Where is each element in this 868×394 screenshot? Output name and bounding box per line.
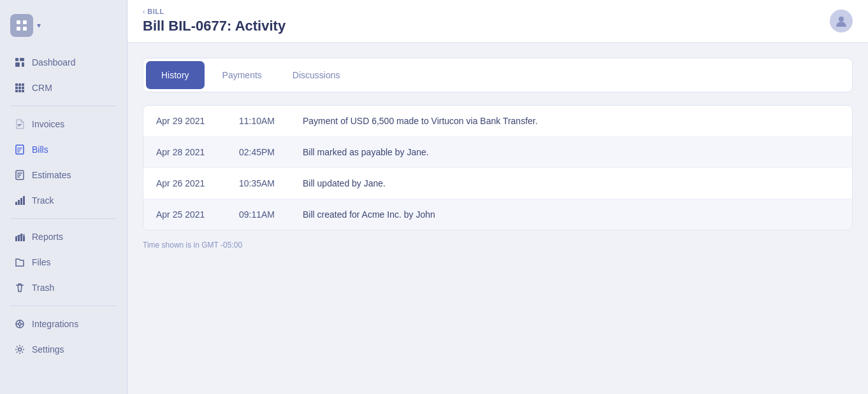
sidebar-item-invoices[interactable]: Invoices — [4, 112, 123, 136]
svg-rect-3 — [23, 27, 27, 31]
svg-rect-0 — [17, 20, 20, 24]
top-header: ‹ BILL Bill BIL-0677: Activity — [127, 0, 868, 43]
sidebar-divider-1 — [10, 106, 117, 106]
svg-rect-28 — [18, 200, 20, 205]
sidebar-label-files: Files — [32, 257, 51, 267]
tab-payments[interactable]: Payments — [207, 61, 277, 89]
sidebar-label-trash: Trash — [32, 283, 54, 293]
svg-rect-29 — [20, 198, 22, 205]
timezone-note: Time shown is in GMT -05:00 — [143, 241, 853, 250]
svg-rect-9 — [18, 83, 21, 86]
svg-rect-11 — [15, 87, 18, 89]
sidebar-item-settings[interactable]: Settings — [4, 337, 123, 362]
sidebar-label-settings: Settings — [32, 344, 64, 355]
sidebar-item-reports[interactable]: Reports — [4, 225, 123, 249]
main-content: ‹ BILL Bill BIL-0677: Activity History P… — [127, 0, 868, 394]
breadcrumb-label: BILL — [147, 8, 164, 15]
track-icon — [14, 195, 25, 206]
logo-icon — [10, 14, 33, 37]
reports-icon — [14, 231, 25, 243]
history-date: Apr 29 2021 — [156, 116, 239, 126]
sidebar-label-estimates: Estimates — [32, 170, 71, 180]
dashboard-icon — [14, 57, 25, 68]
sidebar-label-invoices: Invoices — [32, 119, 64, 129]
sidebar-item-bills[interactable]: Bills — [4, 137, 123, 162]
invoices-icon — [14, 118, 25, 130]
bills-icon — [14, 144, 25, 155]
svg-rect-6 — [15, 62, 20, 67]
sidebar: ▾ Dashboard — [0, 0, 127, 394]
svg-rect-12 — [18, 87, 21, 89]
sidebar-label-track: Track — [32, 195, 54, 206]
svg-rect-34 — [23, 236, 25, 241]
sidebar-item-dashboard[interactable]: Dashboard — [4, 50, 123, 74]
table-row: Apr 25 2021 09:11AM Bill created for Acm… — [143, 199, 852, 230]
history-time: 10:35AM — [239, 178, 303, 188]
tabs-container: History Payments Discussions — [143, 58, 853, 92]
svg-rect-20 — [17, 148, 22, 148]
svg-rect-16 — [22, 90, 24, 92]
settings-icon — [14, 344, 25, 355]
svg-point-42 — [18, 348, 22, 351]
tab-discussions[interactable]: Discussions — [277, 61, 356, 89]
breadcrumb-chevron-icon: ‹ — [143, 8, 145, 15]
sidebar-label-dashboard: Dashboard — [32, 57, 76, 67]
history-table: Apr 29 2021 11:10AM Payment of USD 6,500… — [143, 105, 853, 230]
svg-rect-1 — [23, 20, 27, 24]
sidebar-item-integrations[interactable]: Integrations — [4, 312, 123, 336]
sidebar-label-bills: Bills — [32, 144, 48, 155]
user-avatar[interactable] — [830, 10, 853, 32]
svg-rect-8 — [15, 83, 18, 86]
integrations-icon — [14, 318, 25, 330]
estimates-icon — [14, 169, 25, 181]
svg-rect-15 — [18, 90, 21, 92]
history-description: Bill updated by Jane. — [303, 178, 839, 188]
sidebar-label-crm: CRM — [32, 83, 52, 93]
history-description: Payment of USD 6,500 made to Virtucon vi… — [303, 116, 839, 126]
sidebar-divider-2 — [10, 218, 117, 219]
history-date: Apr 28 2021 — [156, 147, 239, 157]
sidebar-nav: Dashboard CRM — [0, 50, 127, 386]
history-date: Apr 25 2021 — [156, 209, 239, 220]
svg-rect-27 — [15, 202, 17, 205]
svg-rect-17 — [18, 124, 22, 125]
svg-rect-21 — [17, 150, 21, 150]
tab-history[interactable]: History — [146, 61, 205, 89]
table-row: Apr 28 2021 02:45PM Bill marked as payab… — [143, 137, 852, 168]
svg-rect-5 — [20, 58, 24, 61]
sidebar-label-reports: Reports — [32, 232, 63, 242]
trash-icon — [14, 282, 25, 293]
page-title: Bill BIL-0677: Activity — [143, 18, 286, 34]
svg-rect-10 — [22, 83, 24, 86]
history-time: 09:11AM — [239, 209, 303, 220]
svg-rect-30 — [23, 196, 25, 205]
sidebar-item-track[interactable]: Track — [4, 188, 123, 213]
app-logo[interactable]: ▾ — [0, 8, 127, 50]
history-description: Bill created for Acme Inc. by John — [303, 209, 839, 220]
svg-rect-22 — [17, 151, 20, 152]
svg-rect-31 — [15, 237, 17, 241]
content-area: History Payments Discussions Apr 29 2021… — [127, 43, 868, 394]
sidebar-item-estimates[interactable]: Estimates — [4, 163, 123, 187]
files-icon — [14, 257, 25, 268]
table-row: Apr 29 2021 11:10AM Payment of USD 6,500… — [143, 106, 852, 137]
logo-dropdown-icon: ▾ — [37, 21, 41, 30]
svg-point-37 — [18, 323, 21, 325]
sidebar-item-crm[interactable]: CRM — [4, 76, 123, 100]
history-time: 11:10AM — [239, 116, 303, 126]
breadcrumb-area: ‹ BILL Bill BIL-0677: Activity — [143, 8, 286, 34]
breadcrumb[interactable]: ‹ BILL — [143, 8, 286, 15]
history-date: Apr 26 2021 — [156, 178, 239, 188]
svg-rect-4 — [15, 58, 18, 61]
svg-rect-14 — [15, 90, 18, 92]
svg-rect-2 — [17, 27, 20, 31]
sidebar-label-integrations: Integrations — [32, 319, 78, 329]
table-row: Apr 26 2021 10:35AM Bill updated by Jane… — [143, 168, 852, 199]
crm-icon — [14, 82, 25, 94]
sidebar-divider-3 — [10, 306, 117, 306]
svg-point-43 — [839, 17, 844, 22]
svg-rect-13 — [22, 87, 24, 89]
sidebar-item-files[interactable]: Files — [4, 250, 123, 274]
svg-rect-7 — [22, 62, 24, 67]
sidebar-item-trash[interactable]: Trash — [4, 276, 123, 300]
